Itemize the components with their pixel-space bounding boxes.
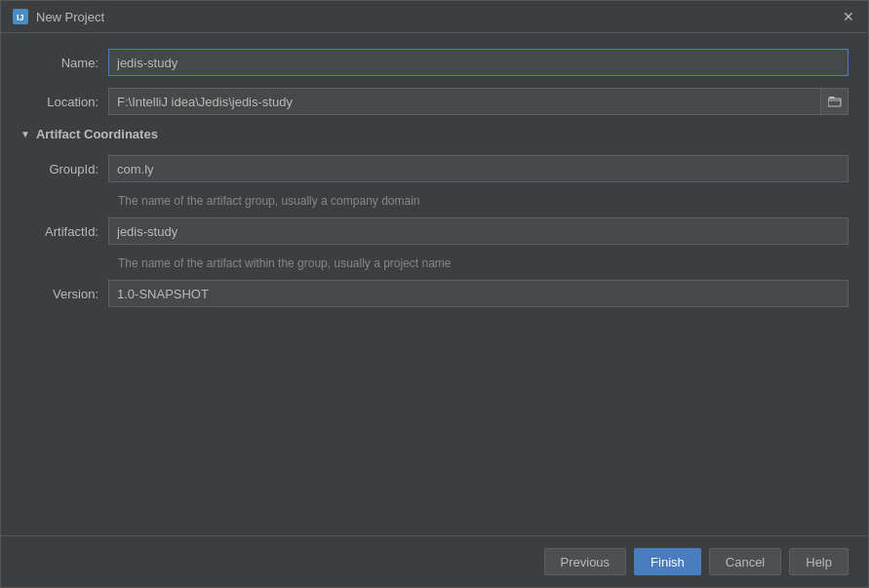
groupid-hint: The name of the artifact group, usually …: [118, 194, 849, 208]
location-input[interactable]: [108, 88, 821, 115]
artifactid-hint: The name of the artifact within the grou…: [118, 256, 849, 270]
previous-button[interactable]: Previous: [544, 548, 627, 575]
svg-rect-2: [828, 98, 841, 106]
browse-button[interactable]: [821, 88, 849, 115]
dialog-title: New Project: [36, 10, 833, 24]
artifactid-input[interactable]: [108, 217, 849, 245]
version-row: Version:: [20, 280, 849, 307]
artifactid-row: ArtifactId:: [20, 217, 849, 245]
dialog-body: Name: Location: ▼ Artifact Coordinates: [1, 33, 868, 535]
collapse-icon[interactable]: ▼: [20, 129, 30, 139]
app-icon: IJ: [13, 9, 28, 24]
dialog-footer: Previous Finish Cancel Help: [1, 535, 868, 587]
version-label: Version:: [20, 287, 108, 301]
groupid-input[interactable]: [108, 155, 849, 182]
location-field-group: [108, 88, 849, 115]
groupid-label: GroupId:: [20, 162, 108, 176]
help-button[interactable]: Help: [789, 548, 849, 575]
name-row: Name:: [20, 49, 849, 76]
version-input[interactable]: [108, 280, 849, 307]
name-label: Name:: [20, 56, 108, 70]
location-row: Location:: [20, 88, 849, 115]
finish-button[interactable]: Finish: [634, 548, 701, 575]
groupid-row: GroupId:: [20, 155, 849, 182]
artifactid-label: ArtifactId:: [20, 224, 108, 239]
svg-text:IJ: IJ: [17, 13, 24, 22]
close-button[interactable]: ✕: [841, 9, 856, 24]
cancel-button[interactable]: Cancel: [709, 548, 781, 575]
location-label: Location:: [20, 95, 108, 109]
new-project-dialog: IJ New Project ✕ Name: Location:: [0, 0, 869, 588]
name-input[interactable]: [108, 49, 849, 76]
title-bar: IJ New Project ✕: [1, 1, 868, 33]
artifact-section-title: Artifact Coordinates: [36, 127, 158, 141]
artifact-section-header: ▼ Artifact Coordinates: [20, 127, 849, 141]
